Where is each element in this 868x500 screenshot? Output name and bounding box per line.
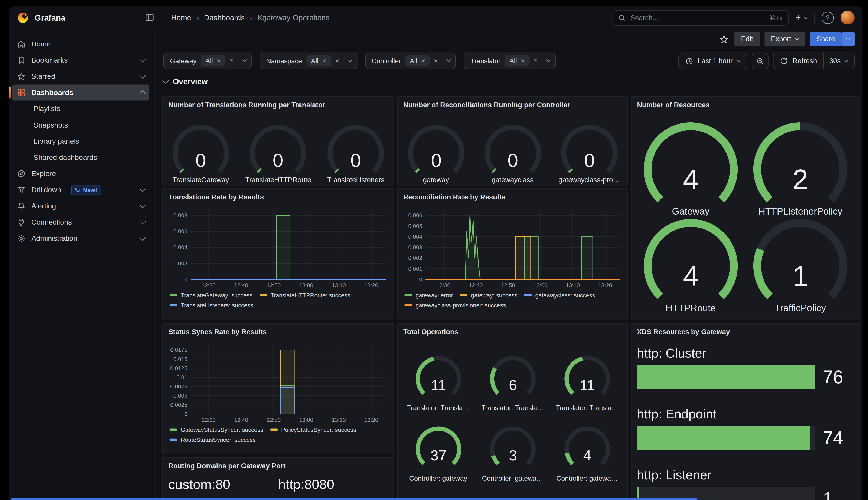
legend-item[interactable]: PolicyStatusSyncer: success xyxy=(270,427,356,433)
legend-item[interactable]: gateway: success xyxy=(460,292,517,298)
sidebar-item-dashboards[interactable]: Dashboards xyxy=(12,84,149,101)
panel-title[interactable]: Translations Rate by Results xyxy=(163,189,394,201)
share-button[interactable]: Share xyxy=(810,32,842,46)
svg-text:0.0075: 0.0075 xyxy=(170,383,187,390)
gauge-value: 0 xyxy=(431,150,441,171)
panel-title[interactable]: Number of Translations Running per Trans… xyxy=(163,96,394,109)
filter-value-chip[interactable]: All× xyxy=(201,55,225,67)
section-overview-toggle[interactable]: Overview xyxy=(156,77,863,86)
sidebar-item-library-panels[interactable]: Library panels xyxy=(12,133,149,149)
panel-title[interactable]: Total Operations xyxy=(398,323,627,336)
panel-title[interactable]: Status Syncs Rate by Results xyxy=(163,323,394,336)
bar-fill xyxy=(637,365,815,389)
sidebar-item-administration[interactable]: Administration xyxy=(12,230,149,247)
remove-value-icon[interactable]: × xyxy=(521,57,525,65)
favorite-star-icon[interactable] xyxy=(718,33,730,45)
sidebar-item-shared-dashboards[interactable]: Shared dashboards xyxy=(12,149,149,166)
filter-controller[interactable]: Controller All× × xyxy=(365,53,456,69)
refresh-interval-dropdown[interactable]: 30s xyxy=(823,53,848,69)
panel-title[interactable]: Routing Domains per Gateway Port xyxy=(163,458,394,470)
filter-namespace[interactable]: Namespace All× × xyxy=(259,53,357,69)
help-icon[interactable]: ? xyxy=(822,11,834,24)
gauge-gateway-count: 4 Gateway xyxy=(672,122,709,217)
remove-value-icon[interactable]: × xyxy=(421,57,425,65)
sidebar-item-connections[interactable]: Connections xyxy=(12,214,149,230)
zoom-out-button[interactable] xyxy=(752,53,768,69)
chart-legend: TranslateGateway: success TranslateHTTPR… xyxy=(169,292,389,308)
sidebar-item-drilldown[interactable]: Drilldown New! xyxy=(12,182,149,198)
avatar[interactable] xyxy=(841,11,855,25)
legend-item[interactable]: GatewayStatusSyncer: success xyxy=(169,427,263,433)
timeseries-chart[interactable]: 00.0010.0020.0030.0040.0050.00612:3012:4… xyxy=(400,205,625,289)
svg-text:12:40: 12:40 xyxy=(234,282,248,288)
gauge-value: 4 xyxy=(683,164,698,195)
gauge-value: 37 xyxy=(430,447,446,463)
filter-dropdown-icon[interactable] xyxy=(343,60,357,61)
filter-gateway[interactable]: Gateway All× × xyxy=(164,53,252,69)
sidebar-item-starred[interactable]: Starred xyxy=(12,68,149,84)
clock-icon xyxy=(685,57,693,65)
sidebar-item-playlists[interactable]: Playlists xyxy=(12,101,149,117)
search-input[interactable]: Search... ⌘+k xyxy=(612,10,789,25)
timeseries-chart[interactable]: 00.00250.0050.00750.010.01250.0150.01751… xyxy=(165,339,391,424)
legend-item[interactable]: gateway: error xyxy=(404,292,453,298)
legend-item[interactable]: TranslateGateway: success xyxy=(169,292,253,298)
sidebar-item-explore[interactable]: Explore xyxy=(12,166,149,182)
filter-value-chip[interactable]: All× xyxy=(505,55,530,67)
export-button[interactable]: Export xyxy=(764,32,805,46)
sidebar-item-snapshots[interactable]: Snapshots xyxy=(12,117,149,133)
svg-text:0.006: 0.006 xyxy=(174,228,188,235)
panel-reconciliations-running: Number of Reconciliations Running per Co… xyxy=(397,96,628,185)
gear-icon xyxy=(17,234,26,243)
gauge-value: 6 xyxy=(509,377,517,393)
panel-title[interactable]: Number of Reconciliations Running per Co… xyxy=(398,96,627,109)
bookmark-icon xyxy=(17,56,26,65)
legend-item[interactable]: gatewayclass-provisioner: success xyxy=(404,302,506,309)
time-range-picker[interactable]: Last 1 hour xyxy=(678,53,747,69)
svg-text:13:20: 13:20 xyxy=(598,282,612,288)
svg-text:12:40: 12:40 xyxy=(469,282,483,288)
legend-item[interactable]: TranslateHTTPRoute: success xyxy=(259,292,350,298)
legend-item[interactable]: TranslateListeners: success xyxy=(169,302,253,309)
filter-dropdown-icon[interactable] xyxy=(442,60,456,61)
filter-dropdown-icon[interactable] xyxy=(238,60,251,61)
gauge-label: Controller: gateway xyxy=(409,475,467,482)
breadcrumb-home[interactable]: Home xyxy=(171,13,191,22)
remove-value-icon[interactable]: × xyxy=(217,57,221,65)
svg-text:0.0175: 0.0175 xyxy=(170,347,187,353)
refresh-icon xyxy=(780,57,788,65)
svg-text:13:20: 13:20 xyxy=(364,417,378,423)
legend-item[interactable]: gatewayclass: success xyxy=(524,292,595,298)
svg-text:0.0125: 0.0125 xyxy=(170,365,187,372)
breadcrumb-current: Kgateway Operations xyxy=(257,13,330,22)
stat-http-8080: http:8080 xyxy=(278,477,388,492)
clear-filter-icon[interactable]: × xyxy=(430,57,442,65)
clear-filter-icon[interactable]: × xyxy=(225,57,238,65)
clear-filter-icon[interactable]: × xyxy=(331,57,343,65)
grafana-logo[interactable] xyxy=(17,11,29,24)
sidebar-item-home[interactable]: Home xyxy=(12,36,149,52)
panel-title[interactable]: XDS Resources by Gateway xyxy=(632,323,860,336)
panel-title[interactable]: Number of Resources xyxy=(632,96,860,109)
timeseries-chart[interactable]: 00.0020.0040.0060.00812:3012:4012:5013:0… xyxy=(165,205,391,289)
panel-status-syncs-rate: Status Syncs Rate by Results 00.00250.00… xyxy=(162,323,394,454)
remove-value-icon[interactable]: × xyxy=(322,57,326,65)
sidebar-item-bookmarks[interactable]: Bookmarks xyxy=(12,52,149,68)
filter-dropdown-icon[interactable] xyxy=(542,60,555,61)
edit-button[interactable]: Edit xyxy=(734,32,760,46)
filter-translator[interactable]: Translator All× × xyxy=(464,53,556,69)
clear-filter-icon[interactable]: × xyxy=(530,57,542,65)
gauge-label: TranslateGateway xyxy=(173,176,229,184)
sidebar-toggle-button[interactable] xyxy=(144,12,156,23)
panel-title[interactable]: Reconciliation Rate by Results xyxy=(398,189,627,201)
add-new-button[interactable]: + xyxy=(795,12,808,23)
share-menu-button[interactable] xyxy=(842,32,855,46)
time-controls: Last 1 hour Refresh 30s xyxy=(678,53,855,69)
gauge-controller-gateway: 37 Controller: gateway xyxy=(426,425,450,482)
legend-item[interactable]: RouteStatusSyncer: success xyxy=(169,436,256,443)
refresh-button[interactable]: Refresh 30s xyxy=(773,53,855,69)
filter-value-chip[interactable]: All× xyxy=(405,55,430,67)
sidebar-item-alerting[interactable]: Alerting xyxy=(12,198,149,214)
breadcrumb-dashboards[interactable]: Dashboards xyxy=(204,13,245,22)
filter-value-chip[interactable]: All× xyxy=(307,55,331,67)
